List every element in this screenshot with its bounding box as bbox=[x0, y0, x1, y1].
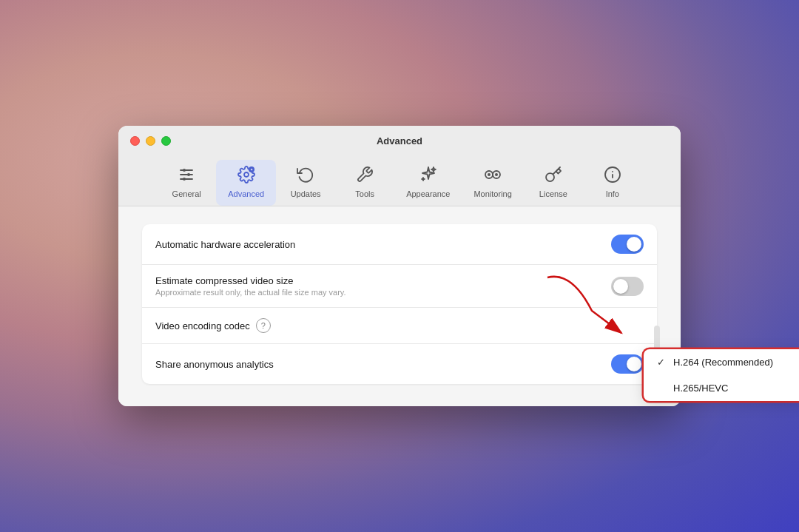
analytics-label: Share anonymous analytics bbox=[155, 359, 274, 370]
toggle-thumb bbox=[627, 357, 641, 371]
check-placeholder bbox=[657, 383, 667, 394]
setting-row-compressed-video: Estimate compressed video size Approxima… bbox=[142, 265, 657, 308]
settings-wrapper: Automatic hardware acceleration Estimate… bbox=[142, 224, 657, 384]
tab-updates[interactable]: Updates bbox=[276, 160, 335, 206]
toggle-thumb bbox=[627, 237, 641, 252]
tab-license-label: License bbox=[539, 189, 567, 198]
titlebar: Advanced General bbox=[118, 126, 681, 206]
sparkle-icon bbox=[419, 166, 437, 186]
tab-updates-label: Updates bbox=[291, 189, 321, 198]
settings-list: Automatic hardware acceleration Estimate… bbox=[142, 224, 657, 384]
wrench-icon bbox=[356, 166, 374, 186]
video-codec-help-button[interactable]: ? bbox=[256, 318, 271, 333]
hardware-accel-label: Automatic hardware acceleration bbox=[155, 239, 295, 250]
codec-option-h265[interactable]: H.265/HEVC bbox=[644, 375, 799, 401]
tab-monitoring-label: Monitoring bbox=[473, 189, 511, 198]
codec-option-h264[interactable]: ✓ H.264 (Recommended) bbox=[644, 349, 799, 375]
setting-row-analytics: Share anonymous analytics bbox=[142, 344, 657, 384]
tab-tools-label: Tools bbox=[355, 189, 374, 198]
compressed-video-sublabel: Approximate result only, the actual file… bbox=[155, 288, 346, 297]
svg-text:✦: ✦ bbox=[250, 167, 253, 172]
tab-appearance-label: Appearance bbox=[406, 189, 450, 198]
codec-option-h264-label: H.264 (Recommended) bbox=[673, 357, 773, 368]
svg-point-5 bbox=[183, 178, 186, 181]
svg-point-10 bbox=[488, 173, 490, 176]
tab-license[interactable]: License bbox=[524, 160, 583, 206]
svg-point-6 bbox=[244, 172, 249, 177]
tab-tools[interactable]: Tools bbox=[335, 160, 394, 206]
setting-label-group: Estimate compressed video size Approxima… bbox=[155, 275, 346, 297]
content-area: Automatic hardware acceleration Estimate… bbox=[118, 206, 681, 406]
setting-label-group: Automatic hardware acceleration bbox=[155, 239, 295, 250]
eye-icon bbox=[483, 166, 502, 186]
key-icon bbox=[545, 166, 562, 186]
gear-badge-icon: ✦ bbox=[237, 166, 255, 186]
setting-row-hardware-accel: Automatic hardware acceleration bbox=[142, 224, 657, 265]
minimize-button[interactable] bbox=[146, 136, 155, 146]
setting-row-video-codec: Video encoding codec ? bbox=[142, 308, 657, 344]
sliders-icon bbox=[178, 166, 195, 186]
tab-advanced-label: Advanced bbox=[228, 189, 264, 198]
svg-point-3 bbox=[183, 169, 186, 172]
tab-general[interactable]: General bbox=[157, 160, 216, 206]
svg-point-4 bbox=[187, 173, 190, 176]
video-codec-label: Video encoding codec bbox=[155, 320, 250, 331]
codec-option-h265-label: H.265/HEVC bbox=[673, 383, 728, 394]
setting-label-group: Share anonymous analytics bbox=[155, 359, 274, 370]
tab-appearance[interactable]: Appearance bbox=[394, 160, 462, 206]
tab-info[interactable]: Info bbox=[583, 160, 642, 206]
codec-dropdown-menu[interactable]: ✓ H.264 (Recommended) H.265/HEVC bbox=[644, 349, 799, 401]
tab-monitoring[interactable]: Monitoring bbox=[462, 160, 523, 206]
refresh-icon bbox=[297, 166, 314, 186]
check-icon: ✓ bbox=[657, 357, 667, 368]
help-icon: ? bbox=[261, 321, 266, 330]
tab-general-label: General bbox=[172, 189, 201, 198]
window-title: Advanced bbox=[130, 135, 669, 147]
toolbar: General ✦ Advanced bbox=[130, 154, 669, 206]
toggle-thumb bbox=[613, 279, 628, 294]
analytics-toggle[interactable] bbox=[611, 354, 644, 374]
setting-label-group: Video encoding codec ? bbox=[155, 318, 271, 333]
tab-advanced[interactable]: ✦ Advanced bbox=[216, 160, 276, 206]
hardware-accel-toggle[interactable] bbox=[611, 235, 644, 254]
tab-info-label: Info bbox=[606, 189, 619, 198]
svg-point-12 bbox=[495, 173, 498, 176]
maximize-button[interactable] bbox=[161, 136, 171, 146]
app-window: Advanced General bbox=[118, 126, 681, 406]
compressed-video-label: Estimate compressed video size bbox=[155, 275, 346, 286]
close-button[interactable] bbox=[130, 136, 140, 146]
compressed-video-toggle[interactable] bbox=[611, 277, 644, 296]
info-circle-icon bbox=[604, 166, 621, 186]
